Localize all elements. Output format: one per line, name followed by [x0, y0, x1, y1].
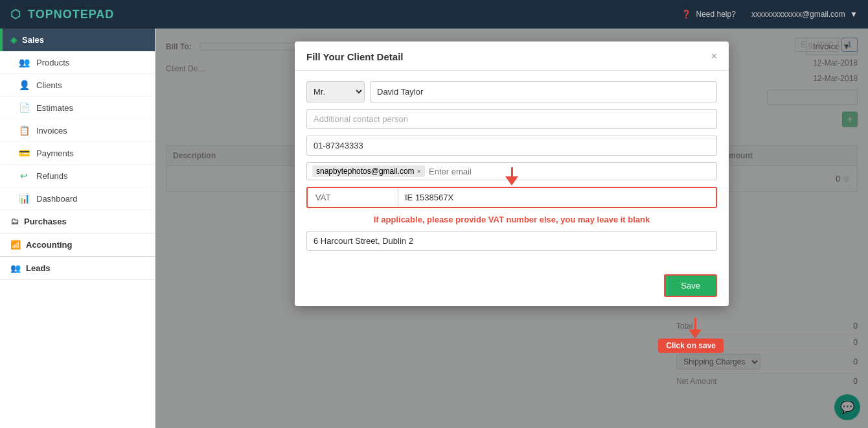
name-row: Mr. Mrs. Ms. Dr.	[306, 81, 717, 102]
dashboard-icon: 📊	[18, 193, 30, 204]
arrow-head	[505, 176, 518, 185]
sidebar-section-accounting[interactable]: 📶 Accounting	[0, 233, 155, 257]
click-save-hint: Click on save	[658, 339, 724, 353]
invoices-icon: 📋	[18, 125, 30, 136]
sidebar-item-label-invoices: Invoices	[36, 126, 67, 136]
sidebar-sales-label: Sales	[22, 35, 44, 45]
accounting-icon: 📶	[10, 240, 21, 250]
address-row	[306, 231, 717, 251]
sales-icon: ◈	[10, 35, 17, 45]
top-nav-right: ❓ Need help? xxxxxxxxxxxxx@gmail.com ▼	[681, 10, 858, 19]
phone-row	[306, 136, 717, 156]
sidebar-item-estimates[interactable]: 📄 Estimates	[0, 97, 155, 119]
need-help-link[interactable]: ❓ Need help?	[681, 10, 736, 19]
top-navigation: ⬡ TopNotepad ❓ Need help? xxxxxxxxxxxxx@…	[0, 0, 868, 29]
app-logo: ⬡ TopNotepad	[10, 7, 114, 21]
modal-header: Fill Your Client Detail ×	[295, 42, 729, 71]
sidebar-section-leads[interactable]: 👥 Leads	[0, 257, 155, 280]
email-input[interactable]	[429, 167, 711, 176]
sidebar-item-refunds[interactable]: ↩ Refunds	[0, 165, 155, 187]
sidebar-item-label-clients: Clients	[36, 80, 62, 90]
refunds-icon: ↩	[18, 171, 30, 181]
main-layout: ◈ Sales 👥 Products 👤 Clients 📄 Estimates…	[0, 29, 868, 428]
purchases-icon: 🗂	[10, 217, 19, 226]
email-tag-text: snapbytephotos@gmail.com	[316, 167, 415, 176]
sidebar-item-products[interactable]: 👥 Products	[0, 51, 155, 74]
clients-icon: 👤	[18, 80, 30, 90]
user-email[interactable]: xxxxxxxxxxxxx@gmail.com ▼	[751, 10, 858, 19]
email-tag-remove-button[interactable]: ×	[417, 167, 421, 175]
sidebar-item-label-estimates: Estimates	[36, 103, 73, 113]
modal-footer: Save Click on save	[295, 268, 729, 306]
arrow-line	[511, 167, 513, 176]
phone-input[interactable]	[306, 136, 717, 156]
address-input[interactable]	[306, 231, 717, 251]
logo-text: TopNotepad	[28, 8, 114, 21]
additional-contact-input[interactable]	[306, 109, 717, 129]
content-area: Bill To: Invoice ▼ Client De... Invoice …	[155, 29, 868, 428]
sidebar-item-label-payments: Payments	[36, 149, 74, 158]
vat-label: VAT	[308, 188, 398, 207]
payments-icon: 💳	[18, 148, 30, 158]
save-arrow-head	[689, 329, 702, 339]
logo-icon: ⬡	[10, 8, 21, 21]
sidebar-leads-label: Leads	[26, 263, 51, 273]
vat-arrow-annotation	[505, 167, 518, 185]
email-tag: snapbytephotos@gmail.com ×	[312, 165, 425, 177]
save-button[interactable]: Save	[664, 274, 717, 297]
vat-hint: If applicable, please provide VAT number…	[306, 215, 717, 224]
sidebar-item-label-products: Products	[36, 58, 69, 67]
sidebar: ◈ Sales 👥 Products 👤 Clients 📄 Estimates…	[0, 29, 155, 428]
sidebar-item-invoices[interactable]: 📋 Invoices	[0, 119, 155, 142]
vat-number-input[interactable]	[398, 188, 716, 207]
sidebar-item-label-refunds: Refunds	[36, 171, 67, 181]
sidebar-accounting-label: Accounting	[26, 240, 73, 250]
modal-overlay: Fill Your Client Detail × Mr. Mrs. Ms. D…	[155, 29, 868, 428]
estimates-icon: 📄	[18, 102, 30, 113]
leads-icon: 👥	[10, 263, 21, 273]
modal-title: Fill Your Client Detail	[306, 51, 403, 62]
sidebar-item-payments[interactable]: 💳 Payments	[0, 142, 155, 165]
sidebar-section-purchases[interactable]: 🗂 Purchases	[0, 210, 155, 233]
question-icon: ❓	[681, 10, 691, 19]
sidebar-item-dashboard[interactable]: 📊 Dashboard	[0, 187, 155, 210]
vat-row: VAT	[306, 187, 717, 208]
sidebar-purchases-label: Purchases	[24, 217, 67, 226]
sidebar-section-sales[interactable]: ◈ Sales	[0, 29, 155, 51]
client-detail-modal: Fill Your Client Detail × Mr. Mrs. Ms. D…	[295, 42, 729, 306]
dropdown-arrow-icon: ▼	[850, 10, 858, 19]
salutation-select[interactable]: Mr. Mrs. Ms. Dr.	[306, 81, 365, 102]
save-arrow-annotation	[689, 318, 702, 339]
products-icon: 👥	[18, 57, 30, 67]
modal-body: Mr. Mrs. Ms. Dr.	[295, 71, 729, 268]
save-arrow-line	[694, 318, 696, 329]
modal-close-button[interactable]: ×	[711, 51, 717, 62]
sidebar-item-label-dashboard: Dashboard	[36, 194, 78, 204]
contact-row	[306, 109, 717, 129]
client-name-input[interactable]	[370, 81, 717, 102]
sidebar-item-clients[interactable]: 👤 Clients	[0, 74, 155, 97]
